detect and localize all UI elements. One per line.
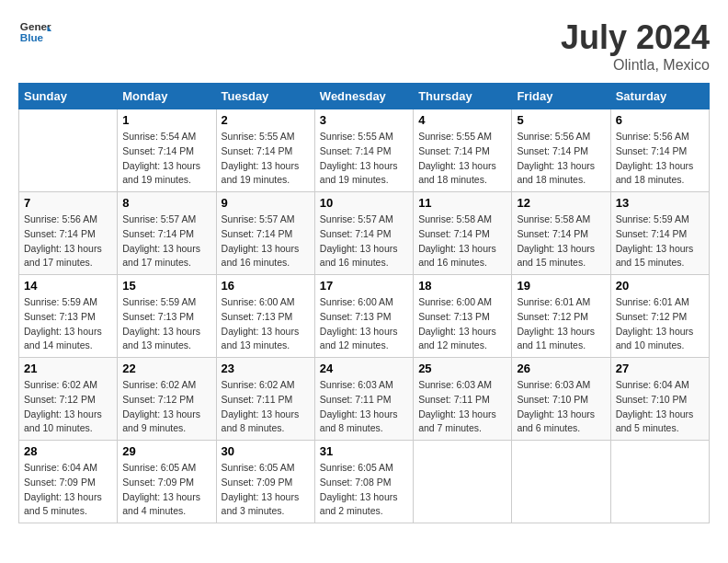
day-number: 1: [122, 113, 210, 127]
day-number: 18: [418, 279, 506, 293]
day-cell: [512, 441, 610, 523]
day-cell: 18Sunrise: 6:00 AMSunset: 7:13 PMDayligh…: [414, 275, 512, 358]
day-number: 14: [24, 279, 112, 293]
week-row-5: 28Sunrise: 6:04 AMSunset: 7:09 PMDayligh…: [19, 441, 710, 523]
day-info: Sunrise: 5:54 AMSunset: 7:14 PMDaylight:…: [122, 130, 210, 188]
day-cell: 31Sunrise: 6:05 AMSunset: 7:08 PMDayligh…: [314, 441, 413, 523]
day-info: Sunrise: 6:03 AMSunset: 7:10 PMDaylight:…: [517, 378, 605, 436]
day-number: 3: [320, 113, 408, 127]
day-number: 5: [517, 113, 605, 127]
day-info: Sunrise: 5:57 AMSunset: 7:14 PMDaylight:…: [222, 213, 310, 270]
day-info: Sunrise: 6:02 AMSunset: 7:12 PMDaylight:…: [122, 378, 210, 436]
day-info: Sunrise: 5:57 AMSunset: 7:14 PMDaylight:…: [122, 213, 210, 270]
day-number: 25: [418, 362, 506, 375]
day-cell: 6Sunrise: 5:56 AMSunset: 7:14 PMDaylight…: [610, 109, 709, 192]
day-info: Sunrise: 5:59 AMSunset: 7:13 PMDaylight:…: [122, 295, 210, 353]
day-cell: 5Sunrise: 5:56 AMSunset: 7:14 PMDaylight…: [512, 109, 610, 192]
day-number: 13: [616, 196, 704, 210]
day-cell: 9Sunrise: 5:57 AMSunset: 7:14 PMDaylight…: [216, 192, 314, 275]
col-header-wednesday: Wednesday: [314, 84, 413, 109]
day-number: 22: [122, 362, 210, 375]
day-cell: 16Sunrise: 6:00 AMSunset: 7:13 PMDayligh…: [216, 275, 314, 358]
day-number: 21: [24, 362, 112, 375]
day-cell: 10Sunrise: 5:57 AMSunset: 7:14 PMDayligh…: [314, 192, 413, 275]
day-info: Sunrise: 5:58 AMSunset: 7:14 PMDaylight:…: [517, 213, 605, 270]
day-cell: 21Sunrise: 6:02 AMSunset: 7:12 PMDayligh…: [19, 358, 118, 441]
week-row-3: 14Sunrise: 5:59 AMSunset: 7:13 PMDayligh…: [19, 275, 710, 358]
day-number: 30: [222, 444, 310, 458]
day-cell: 17Sunrise: 6:00 AMSunset: 7:13 PMDayligh…: [314, 275, 413, 358]
title-block: July 2024 Olintla, Mexico: [561, 18, 710, 74]
day-info: Sunrise: 5:56 AMSunset: 7:14 PMDaylight:…: [616, 130, 704, 188]
day-info: Sunrise: 5:58 AMSunset: 7:14 PMDaylight:…: [418, 213, 506, 270]
day-info: Sunrise: 6:02 AMSunset: 7:12 PMDaylight:…: [24, 378, 112, 436]
day-cell: [414, 441, 512, 523]
day-number: 10: [320, 196, 408, 210]
day-number: 12: [517, 196, 605, 210]
day-number: 2: [222, 113, 310, 127]
week-row-4: 21Sunrise: 6:02 AMSunset: 7:12 PMDayligh…: [19, 358, 710, 441]
day-info: Sunrise: 6:01 AMSunset: 7:12 PMDaylight:…: [616, 295, 704, 353]
day-info: Sunrise: 6:00 AMSunset: 7:13 PMDaylight:…: [222, 295, 310, 353]
day-info: Sunrise: 6:03 AMSunset: 7:11 PMDaylight:…: [418, 378, 506, 436]
day-info: Sunrise: 6:05 AMSunset: 7:09 PMDaylight:…: [122, 461, 210, 519]
col-header-tuesday: Tuesday: [216, 84, 314, 109]
day-cell: 15Sunrise: 5:59 AMSunset: 7:13 PMDayligh…: [118, 275, 216, 358]
col-header-sunday: Sunday: [19, 84, 118, 109]
month-year: July 2024: [561, 18, 710, 57]
day-info: Sunrise: 6:03 AMSunset: 7:11 PMDaylight:…: [320, 378, 408, 436]
day-cell: [19, 109, 118, 192]
day-info: Sunrise: 5:59 AMSunset: 7:13 PMDaylight:…: [24, 295, 112, 353]
day-info: Sunrise: 6:00 AMSunset: 7:13 PMDaylight:…: [418, 295, 506, 353]
day-cell: 30Sunrise: 6:05 AMSunset: 7:09 PMDayligh…: [216, 441, 314, 523]
calendar-header-row: SundayMondayTuesdayWednesdayThursdayFrid…: [19, 84, 710, 109]
day-cell: 28Sunrise: 6:04 AMSunset: 7:09 PMDayligh…: [19, 441, 118, 523]
day-number: 23: [222, 362, 310, 375]
day-cell: 26Sunrise: 6:03 AMSunset: 7:10 PMDayligh…: [512, 358, 610, 441]
day-cell: 19Sunrise: 6:01 AMSunset: 7:12 PMDayligh…: [512, 275, 610, 358]
day-info: Sunrise: 6:04 AMSunset: 7:10 PMDaylight:…: [616, 378, 704, 436]
col-header-thursday: Thursday: [414, 84, 512, 109]
day-number: 31: [320, 444, 408, 458]
day-info: Sunrise: 6:00 AMSunset: 7:13 PMDaylight:…: [320, 295, 408, 353]
day-cell: 7Sunrise: 5:56 AMSunset: 7:14 PMDaylight…: [19, 192, 118, 275]
day-info: Sunrise: 5:55 AMSunset: 7:14 PMDaylight:…: [320, 130, 408, 188]
day-info: Sunrise: 5:57 AMSunset: 7:14 PMDaylight:…: [320, 213, 408, 270]
day-info: Sunrise: 5:56 AMSunset: 7:14 PMDaylight:…: [517, 130, 605, 188]
day-cell: 12Sunrise: 5:58 AMSunset: 7:14 PMDayligh…: [512, 192, 610, 275]
day-number: 27: [616, 362, 704, 375]
day-cell: 20Sunrise: 6:01 AMSunset: 7:12 PMDayligh…: [610, 275, 709, 358]
day-cell: 14Sunrise: 5:59 AMSunset: 7:13 PMDayligh…: [19, 275, 118, 358]
day-info: Sunrise: 6:02 AMSunset: 7:11 PMDaylight:…: [222, 378, 310, 436]
day-info: Sunrise: 5:55 AMSunset: 7:14 PMDaylight:…: [418, 130, 506, 188]
svg-text:Blue: Blue: [20, 31, 44, 43]
day-cell: 25Sunrise: 6:03 AMSunset: 7:11 PMDayligh…: [414, 358, 512, 441]
col-header-saturday: Saturday: [610, 84, 709, 109]
day-cell: 22Sunrise: 6:02 AMSunset: 7:12 PMDayligh…: [118, 358, 216, 441]
day-info: Sunrise: 5:56 AMSunset: 7:14 PMDaylight:…: [24, 213, 112, 270]
week-row-2: 7Sunrise: 5:56 AMSunset: 7:14 PMDaylight…: [19, 192, 710, 275]
day-cell: [610, 441, 709, 523]
day-cell: 13Sunrise: 5:59 AMSunset: 7:14 PMDayligh…: [610, 192, 709, 275]
day-cell: 27Sunrise: 6:04 AMSunset: 7:10 PMDayligh…: [610, 358, 709, 441]
day-number: 9: [222, 196, 310, 210]
day-info: Sunrise: 6:01 AMSunset: 7:12 PMDaylight:…: [517, 295, 605, 353]
day-cell: 24Sunrise: 6:03 AMSunset: 7:11 PMDayligh…: [314, 358, 413, 441]
day-number: 29: [122, 444, 210, 458]
logo: General Blue: [18, 18, 51, 44]
calendar-table: SundayMondayTuesdayWednesdayThursdayFrid…: [18, 83, 710, 523]
day-number: 19: [517, 279, 605, 293]
day-number: 16: [222, 279, 310, 293]
logo-icon: General Blue: [18, 18, 51, 44]
day-number: 24: [320, 362, 408, 375]
col-header-monday: Monday: [118, 84, 216, 109]
day-number: 20: [616, 279, 704, 293]
day-info: Sunrise: 6:04 AMSunset: 7:09 PMDaylight:…: [24, 461, 112, 519]
col-header-friday: Friday: [512, 84, 610, 109]
location: Olintla, Mexico: [561, 57, 710, 74]
day-cell: 8Sunrise: 5:57 AMSunset: 7:14 PMDaylight…: [118, 192, 216, 275]
day-number: 8: [122, 196, 210, 210]
day-number: 4: [418, 113, 506, 127]
day-cell: 4Sunrise: 5:55 AMSunset: 7:14 PMDaylight…: [414, 109, 512, 192]
day-cell: 2Sunrise: 5:55 AMSunset: 7:14 PMDaylight…: [216, 109, 314, 192]
